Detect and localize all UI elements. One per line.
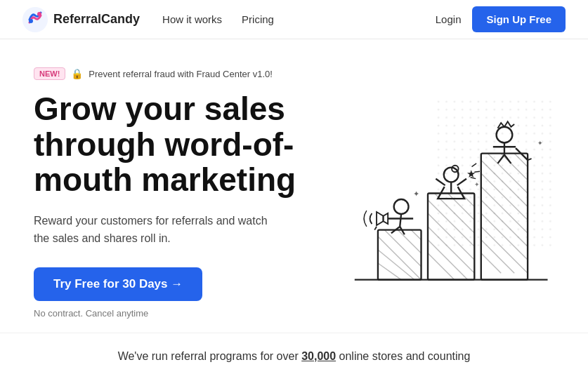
hero-headline: Grow your sales through word-of-mouth ma… bbox=[34, 91, 301, 198]
signup-button[interactable]: Sign Up Free bbox=[472, 6, 566, 32]
svg-point-2 bbox=[37, 12, 41, 16]
svg-text:✦: ✦ bbox=[474, 181, 480, 188]
hero-svg: ★ ✦ ✦ ✦ bbox=[301, 95, 554, 305]
site-header: ReferralCandy How it works Pricing Login… bbox=[0, 0, 588, 39]
badge-row: NEW! 🔒 Prevent referral fraud with Fraud… bbox=[34, 67, 301, 80]
login-link[interactable]: Login bbox=[436, 13, 462, 25]
new-badge: NEW! bbox=[34, 67, 65, 80]
header-left: ReferralCandy How it works Pricing bbox=[22, 7, 274, 32]
header-right: Login Sign Up Free bbox=[436, 6, 566, 32]
badge-text: Prevent referral fraud with Fraud Center… bbox=[89, 69, 273, 79]
svg-line-32 bbox=[411, 230, 421, 240]
svg-point-1 bbox=[29, 19, 33, 23]
nav-pricing[interactable]: Pricing bbox=[242, 13, 274, 25]
hero-left: NEW! 🔒 Prevent referral fraud with Fraud… bbox=[34, 67, 301, 319]
hero-section: NEW! 🔒 Prevent referral fraud with Fraud… bbox=[0, 39, 588, 333]
hero-illustration: ★ ✦ ✦ ✦ bbox=[301, 81, 554, 305]
svg-text:✦: ✦ bbox=[413, 189, 419, 198]
svg-point-50 bbox=[394, 199, 409, 214]
svg-line-55 bbox=[374, 227, 377, 230]
social-proof-text: We've run referral programs for over 30,… bbox=[34, 350, 554, 363]
svg-point-0 bbox=[22, 7, 48, 32]
logo-text: ReferralCandy bbox=[53, 12, 140, 27]
cta-button[interactable]: Try Free for 30 Days → bbox=[34, 267, 202, 301]
svg-line-31 bbox=[398, 230, 421, 253]
hero-subtext: Reward your customers for referrals and … bbox=[34, 212, 273, 248]
svg-line-27 bbox=[378, 236, 422, 280]
nav-how-it-works[interactable]: How it works bbox=[162, 13, 222, 25]
svg-text:✦: ✦ bbox=[537, 139, 543, 147]
badge-emoji: 🔒 bbox=[71, 68, 83, 79]
logo[interactable]: ReferralCandy bbox=[22, 7, 140, 32]
svg-line-51 bbox=[400, 214, 401, 227]
main-nav: How it works Pricing bbox=[162, 13, 274, 25]
logo-icon bbox=[22, 7, 48, 32]
social-proof-section: We've run referral programs for over 30,… bbox=[0, 333, 588, 374]
svg-line-22 bbox=[428, 253, 455, 280]
svg-line-48 bbox=[474, 171, 480, 172]
no-contract-text: No contract. Cancel anytime bbox=[34, 308, 301, 319]
